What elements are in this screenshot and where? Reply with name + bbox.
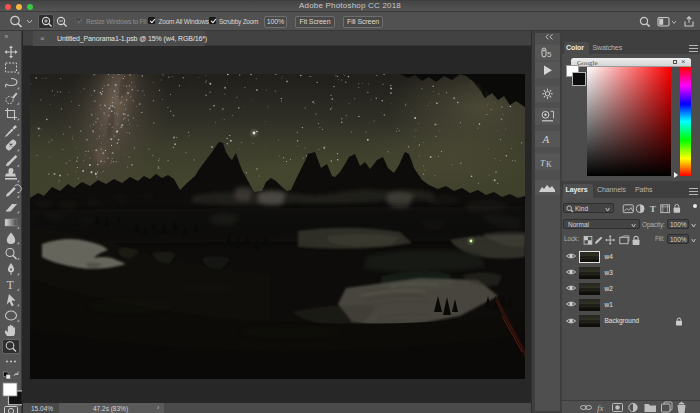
svg-text:A: A <box>542 133 550 145</box>
svg-text:K: K <box>546 160 552 169</box>
svg-text:fx: fx <box>597 403 604 413</box>
svg-text:»: » <box>5 33 9 40</box>
svg-text:5: 5 <box>547 50 552 59</box>
svg-text:T: T <box>650 204 656 214</box>
svg-text:T: T <box>7 278 15 292</box>
